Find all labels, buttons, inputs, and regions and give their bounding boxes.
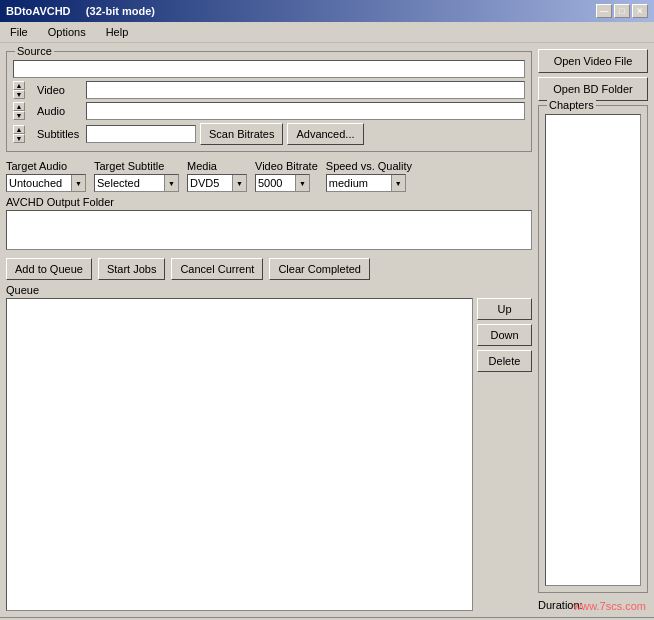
open-bd-button[interactable]: Open BD Folder (538, 77, 648, 101)
bitrate-group: Video Bitrate 5000 ▼ (255, 160, 318, 192)
media-label: Media (187, 160, 247, 172)
speed-select[interactable]: medium ▼ (326, 174, 406, 192)
subtitles-row: ▲ ▼ Subtitles Scan Bitrates Advanced... (13, 123, 525, 145)
chapters-list[interactable] (545, 114, 641, 586)
media-arrow[interactable]: ▼ (232, 175, 246, 191)
queue-list[interactable] (6, 298, 473, 611)
subtitles-label: Subtitles (37, 128, 82, 140)
close-button[interactable]: ✕ (632, 4, 648, 18)
bitrate-select[interactable]: 5000 ▼ (255, 174, 310, 192)
source-label: Source (15, 45, 54, 57)
delete-button[interactable]: Delete (477, 350, 532, 372)
bitrate-value: 5000 (256, 177, 295, 189)
advanced-button[interactable]: Advanced... (287, 123, 363, 145)
app-mode: (32-bit mode) (86, 5, 155, 17)
output-folder-input[interactable] (6, 210, 532, 250)
chapters-label: Chapters (547, 99, 596, 111)
menu-options[interactable]: Options (42, 24, 92, 40)
bitrate-label: Video Bitrate (255, 160, 318, 172)
add-to-queue-button[interactable]: Add to Queue (6, 258, 92, 280)
speed-group: Speed vs. Quality medium ▼ (326, 160, 412, 192)
video-input[interactable] (86, 81, 525, 99)
clear-completed-button[interactable]: Clear Completed (269, 258, 370, 280)
menu-file[interactable]: File (4, 24, 34, 40)
video-label: Video (37, 84, 82, 96)
queue-area: Up Down Delete (6, 298, 532, 611)
target-subtitle-label: Target Subtitle (94, 160, 179, 172)
queue-label: Queue (6, 284, 532, 296)
scan-bitrates-button[interactable]: Scan Bitrates (200, 123, 283, 145)
audio-row: ▲ ▼ Audio (13, 102, 525, 120)
target-subtitle-arrow[interactable]: ▼ (164, 175, 178, 191)
speed-arrow[interactable]: ▼ (391, 175, 405, 191)
media-select[interactable]: DVD5 ▼ (187, 174, 247, 192)
target-audio-label: Target Audio (6, 160, 86, 172)
audio-input[interactable] (86, 102, 525, 120)
app-title: BDtoAVCHD (6, 5, 71, 17)
window-controls: — □ ✕ (596, 4, 648, 18)
video-spin-down[interactable]: ▼ (13, 90, 25, 99)
target-subtitle-select[interactable]: Selected ▼ (94, 174, 179, 192)
audio-spin-down[interactable]: ▼ (13, 111, 25, 120)
maximize-button[interactable]: □ (614, 4, 630, 18)
output-folder-label: AVCHD Output Folder (6, 196, 532, 208)
up-button[interactable]: Up (477, 298, 532, 320)
open-video-button[interactable]: Open Video File (538, 49, 648, 73)
minimize-button[interactable]: — (596, 4, 612, 18)
speed-value: medium (327, 177, 391, 189)
title-bar: BDtoAVCHD (32-bit mode) — □ ✕ (0, 0, 654, 22)
menu-help[interactable]: Help (100, 24, 135, 40)
target-subtitle-value: Selected (95, 177, 164, 189)
target-audio-select[interactable]: Untouched ▼ (6, 174, 86, 192)
watermark: www.7scs.com (573, 600, 646, 612)
target-audio-arrow[interactable]: ▼ (71, 175, 85, 191)
start-jobs-button[interactable]: Start Jobs (98, 258, 166, 280)
menu-bar: File Options Help (0, 22, 654, 43)
audio-label: Audio (37, 105, 82, 117)
audio-spin-up[interactable]: ▲ (13, 102, 25, 111)
source-input[interactable] (13, 60, 525, 78)
action-buttons: Add to Queue Start Jobs Cancel Current C… (6, 258, 532, 280)
title-bar-text: BDtoAVCHD (32-bit mode) (6, 5, 155, 17)
queue-section: Queue Up Down Delete (6, 284, 532, 611)
media-value: DVD5 (188, 177, 232, 189)
chapters-group: Chapters (538, 105, 648, 593)
bitrate-input-wrap: 5000 ▼ (255, 174, 318, 192)
media-group: Media DVD5 ▼ (187, 160, 247, 192)
main-content: Source ▲ ▼ Video ▲ ▼ (0, 43, 654, 617)
video-row: ▲ ▼ Video (13, 81, 525, 99)
cancel-current-button[interactable]: Cancel Current (171, 258, 263, 280)
target-audio-group: Target Audio Untouched ▼ (6, 160, 86, 192)
target-row: Target Audio Untouched ▼ Target Subtitle… (6, 160, 532, 192)
queue-buttons: Up Down Delete (477, 298, 532, 611)
output-folder-section: AVCHD Output Folder (6, 196, 532, 250)
source-group: Source ▲ ▼ Video ▲ ▼ (6, 51, 532, 152)
target-subtitle-group: Target Subtitle Selected ▼ (94, 160, 179, 192)
speed-label: Speed vs. Quality (326, 160, 412, 172)
target-audio-value: Untouched (7, 177, 71, 189)
bitrate-arrow[interactable]: ▼ (295, 175, 309, 191)
subtitles-spin-up[interactable]: ▲ (13, 125, 25, 134)
subtitles-input[interactable] (86, 125, 196, 143)
left-panel: Source ▲ ▼ Video ▲ ▼ (6, 49, 532, 611)
down-button[interactable]: Down (477, 324, 532, 346)
right-panel: Open Video File Open BD Folder Chapters … (538, 49, 648, 611)
subtitles-spin-down[interactable]: ▼ (13, 134, 25, 143)
video-spin-up[interactable]: ▲ (13, 81, 25, 90)
